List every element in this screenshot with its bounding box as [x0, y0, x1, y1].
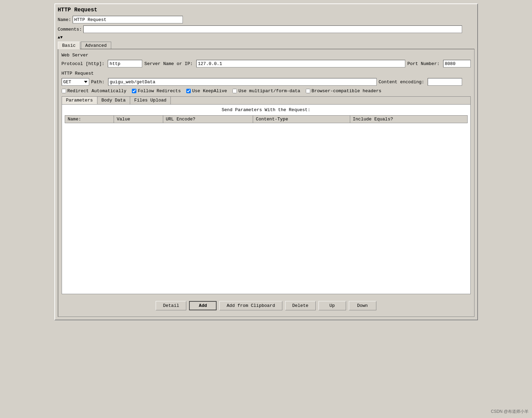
- checkbox-redirect-label: Redirect Automatically: [67, 88, 127, 94]
- bottom-buttons: Detail Add Add from Clipboard Delete Up …: [62, 298, 471, 313]
- content-encoding-label: Content encoding:: [379, 79, 425, 85]
- divider-arrow: ▲▼: [58, 35, 474, 40]
- send-params-header: Send Parameters With the Request:: [65, 107, 468, 112]
- params-data-area: Send Parameters With the Request: Name: …: [62, 105, 470, 294]
- col-content-type: Content-Type: [253, 116, 350, 123]
- add-button[interactable]: Add: [189, 301, 217, 310]
- protocol-input[interactable]: [108, 60, 142, 67]
- http-request-label: HTTP Request: [62, 71, 471, 76]
- checkbox-multipart: Use multipart/form-data: [232, 88, 300, 94]
- checkbox-multipart-label: Use multipart/form-data: [238, 88, 300, 94]
- col-url-encode: URL Encode?: [163, 116, 253, 123]
- tab-basic[interactable]: Basic: [58, 42, 80, 49]
- up-button[interactable]: Up: [319, 301, 346, 310]
- main-tabs-container: Basic Advanced Web Server Protocol [http…: [58, 41, 474, 317]
- col-name: Name:: [65, 116, 114, 123]
- protocol-row: Protocol [http]: Server Name or IP: Port…: [62, 60, 471, 67]
- checkbox-redirect-input[interactable]: [62, 89, 66, 93]
- down-button[interactable]: Down: [349, 301, 376, 310]
- checkbox-follow-label: Follow Redirects: [138, 88, 181, 94]
- comments-label: Comments:: [58, 27, 82, 32]
- main-tab-bar: Basic Advanced: [58, 41, 474, 49]
- add-from-clipboard-button[interactable]: Add from Clipboard: [219, 301, 282, 310]
- checkbox-redirect: Redirect Automatically: [62, 88, 127, 94]
- server-name-label: Server Name or IP:: [144, 61, 192, 66]
- checkbox-browser-headers-input[interactable]: [306, 89, 310, 93]
- port-input[interactable]: [443, 60, 471, 67]
- content-encoding-input[interactable]: [428, 78, 462, 86]
- col-include-equals: Include Equals?: [350, 116, 467, 123]
- name-input[interactable]: [73, 16, 183, 23]
- inner-tab-files-upload[interactable]: Files Upload: [130, 97, 171, 104]
- tab-content-basic: Web Server Protocol [http]: Server Name …: [58, 49, 474, 317]
- detail-button[interactable]: Detail: [156, 301, 186, 310]
- http-request-section: HTTP Request GET POST PUT DELETE HEAD OP…: [62, 71, 471, 86]
- params-table: Name: Value URL Encode? Content-Type Inc…: [65, 115, 468, 123]
- inner-tab-parameters[interactable]: Parameters: [62, 97, 97, 104]
- request-row: GET POST PUT DELETE HEAD OPTIONS PATCH P…: [62, 78, 471, 86]
- inner-tab-bar: Parameters Body Data Files Upload: [62, 97, 470, 105]
- params-table-area: Send Parameters With the Request: Name: …: [62, 105, 470, 294]
- checkbox-keepalive-label: Use KeepAlive: [192, 88, 227, 94]
- comments-row: Comments:: [58, 25, 474, 33]
- name-label: Name:: [58, 17, 71, 22]
- checkbox-keepalive: Use KeepAlive: [186, 88, 227, 94]
- web-server-label: Web Server: [62, 53, 471, 58]
- tab-advanced[interactable]: Advanced: [81, 42, 111, 49]
- checkboxes-row: Redirect Automatically Follow Redirects …: [62, 88, 471, 94]
- checkbox-follow-input[interactable]: [132, 89, 136, 93]
- checkbox-browser-headers-label: Browser-compatible headers: [312, 88, 382, 94]
- checkbox-keepalive-input[interactable]: [186, 89, 191, 93]
- checkbox-browser-headers: Browser-compatible headers: [306, 88, 382, 94]
- window-title: HTTP Request: [58, 7, 474, 13]
- delete-button[interactable]: Delete: [285, 301, 316, 310]
- col-value: Value: [114, 116, 163, 123]
- main-window: HTTP Request Name: Comments: ▲▼ Basic Ad…: [54, 3, 478, 320]
- inner-tab-body-data[interactable]: Body Data: [97, 97, 130, 104]
- comments-input[interactable]: [83, 25, 462, 33]
- watermark: CSDN @布道师小羊: [491, 409, 529, 415]
- checkbox-multipart-input[interactable]: [232, 89, 237, 93]
- name-row: Name:: [58, 16, 474, 23]
- server-name-input[interactable]: [196, 60, 405, 67]
- protocol-label: Protocol [http]:: [62, 61, 105, 66]
- method-select[interactable]: GET POST PUT DELETE HEAD OPTIONS PATCH: [62, 78, 89, 86]
- checkbox-follow: Follow Redirects: [132, 88, 181, 94]
- path-input[interactable]: [108, 78, 377, 86]
- web-server-section: Web Server Protocol [http]: Server Name …: [62, 53, 471, 67]
- port-label: Port Number:: [407, 61, 440, 66]
- inner-tabs-container: Parameters Body Data Files Upload Send P…: [62, 96, 471, 294]
- path-label: Path:: [91, 79, 105, 85]
